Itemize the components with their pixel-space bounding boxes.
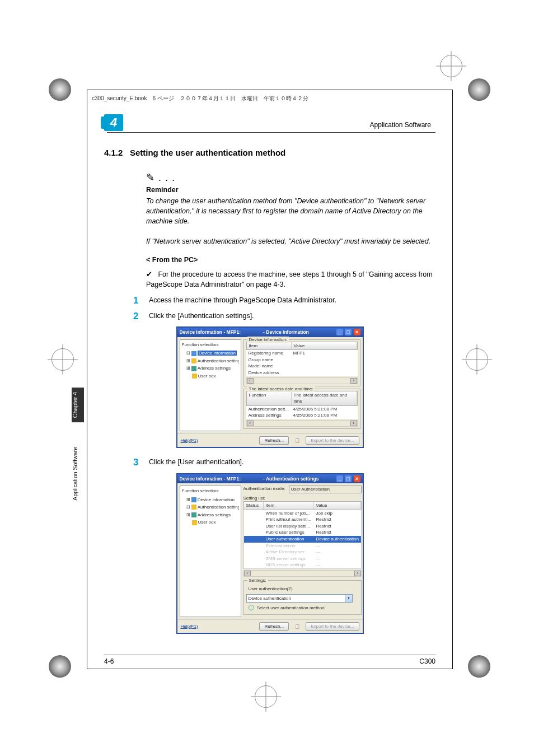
ss2-col-status: Status [244,502,264,510]
ss2-dropdown[interactable]: Device authentication ▾ [246,594,353,603]
ss2-list-header: Status Item Value [243,501,362,510]
ss1-help-link[interactable]: Help(F1) [181,437,198,444]
reminder-label: Reminder [146,185,435,195]
ss2-dropdown-value: Device authentication [247,595,345,603]
ss2-settings-label: Settings: [247,577,268,584]
ss2-help-link[interactable]: Help(F1) [181,623,198,630]
ss1-tree-addr[interactable]: ⊞ Address settings [182,365,239,372]
ss1-title-left: Device Information - MFP1: [180,329,241,335]
table-row: Group name [246,357,358,363]
crop-ball-tl [49,78,71,101]
reminder-icon: ✎ . . . [146,170,435,185]
folder-icon [191,358,196,363]
step-1: 1 Access the machine through PageScope D… [133,295,435,305]
ss2-right-panel: Authentication mode: User Authentication… [243,486,362,617]
table-row[interactable]: Public user settingsRestrict [244,529,362,536]
crop-header: c300_security_E.book 6 ページ ２００７年４月１１日 水曜… [92,95,448,102]
ss2-tree-userbox[interactable]: User box [182,519,239,526]
step-1-number: 1 [133,294,138,308]
from-pc-heading: < From the PC> [146,255,435,265]
scroll-left-icon: ‹ [247,421,254,426]
close-icon[interactable]: × [354,475,360,482]
ss1-tree-devinfo[interactable]: ⊟ Device information [182,349,239,357]
scroll-left-icon: ‹ [247,378,254,384]
ss1-tree-auth[interactable]: ⊞ Authentication settings [182,357,239,365]
ss1-window-buttons: _ □ × [336,329,360,335]
close-icon[interactable]: × [354,329,360,335]
step-3-text: Click the [User authentication]. [149,458,244,466]
ss1-tree-userbox[interactable]: User box [182,372,239,380]
minimize-icon[interactable]: _ [336,475,343,482]
ss1-col-item: Item [247,342,292,350]
steps-list-cont: 3 Click the [User authentication]. [133,457,435,467]
scroll-right-icon: › [350,421,357,426]
ss2-tree-auth[interactable]: ⊟ Authentication settings [182,503,239,511]
reg-mark-l [51,348,74,371]
reg-mark-r [466,348,488,371]
table-row: Address settings4/25/2006 5:21:08 PM [246,412,358,419]
table-row: NDS server settings--- [244,562,362,568]
ss2-tree-devinfo[interactable]: ⊞ Device information [182,496,239,504]
steps-list: 1 Access the machine through PageScope D… [133,295,435,321]
maximize-icon[interactable]: □ [345,475,352,482]
table-row[interactable]: When number of job...Job skip [244,510,362,517]
table-row: Registering nameMFP1 [246,350,358,357]
ss1-scroll1[interactable]: ‹› [246,377,358,384]
ss2-tree-addr[interactable]: ⊞ Address settings [182,511,239,519]
scroll-right-icon: › [354,571,361,576]
reg-mark-t [440,55,462,77]
ss2-footer: Help(F1) Refresh... 📋 Export to the devi… [177,619,363,633]
footer-page-number: 4-6 [104,657,114,665]
ss1-group-devinfo: Device information: Item Value Registeri… [243,339,360,386]
chapter-number-badge: 4 [104,114,123,131]
ss1-list2-header: Function The latest access date and time [246,391,358,406]
check-text: For the procedure to access the machine,… [146,270,433,288]
step-1-text: Access the machine through PageScope Dat… [149,296,336,304]
table-row[interactable]: Print without authenti...Restrict [244,516,362,523]
table-row[interactable]: User list display setti...Restrict [244,523,362,530]
ss1-right-panel: Device information: Item Value Registeri… [243,339,360,431]
check-icon: ✔ [146,269,156,279]
maximize-icon[interactable]: □ [345,329,352,335]
scroll-left-icon: ‹ [244,571,251,576]
minimize-icon[interactable]: _ [336,329,343,335]
address-icon [191,512,196,517]
table-row: Authentication sett...4/25/2006 5:21:08 … [246,406,358,413]
content-area: 4.1.2 Setting the user authentication me… [104,147,435,634]
ss1-func-sel-label: Function selection: [182,342,239,348]
ss2-tree-panel: Function selection: ⊞ Device information… [180,486,241,617]
ss2-export-button[interactable]: Export to the device... [306,622,359,631]
folder-icon [191,505,196,510]
section-heading: 4.1.2 Setting the user authentication me… [104,147,435,159]
ss1-col-value: Value [292,342,357,350]
ss1-scroll2[interactable]: ‹› [246,420,358,427]
ss2-refresh-button[interactable]: Refresh... [259,622,289,631]
ss2-scroll[interactable]: ‹› [243,570,362,577]
table-row-selected[interactable]: User authenticationDevice authentication [244,536,362,543]
ss1-export-button[interactable]: Export to the device... [306,436,359,445]
ss2-settings-group: Settings: User authentication(Z) Device … [243,580,362,615]
reg-mark-b [255,685,277,708]
section-number: 4.1.2 [104,148,123,157]
ss2-titlebar: Device Information - MFP1: - Authenticat… [177,474,363,483]
table-row: Active Directory ser...--- [244,549,362,556]
reminder-block: Reminder To change the user authenticati… [146,185,435,247]
ss2-settinglist-label: Setting list: [243,495,362,502]
step-2-text: Click the [Authentication settings]. [149,312,254,320]
reminder-para-2: If "Network server authentication" is se… [146,236,435,246]
ss1-group-latest: The latest access date and time: Functio… [243,389,360,429]
ss2-hint: i Select user authentication method. [249,605,359,612]
ss1-group2-title: The latest access date and time: [247,386,315,393]
crop-ball-tr [468,78,490,101]
page-frame: c300_security_E.book 6 ページ ２００７年４月１１日 水曜… [87,90,453,669]
step-3: 3 Click the [User authentication]. [133,457,435,467]
crop-ball-br [468,655,490,678]
ss1-refresh-button[interactable]: Refresh... [259,436,289,445]
device-info-icon [191,351,196,356]
ss1-tree-panel: Function selection: ⊟ Device information… [180,339,241,431]
table-row: Device address [246,370,358,376]
ss1-titlebar: Device Information - MFP1: - Device Info… [177,328,363,337]
ss1-col-func: Function [247,391,292,405]
chevron-down-icon[interactable]: ▾ [345,595,352,603]
reminder-para-1: To change the user authentication method… [146,196,435,226]
